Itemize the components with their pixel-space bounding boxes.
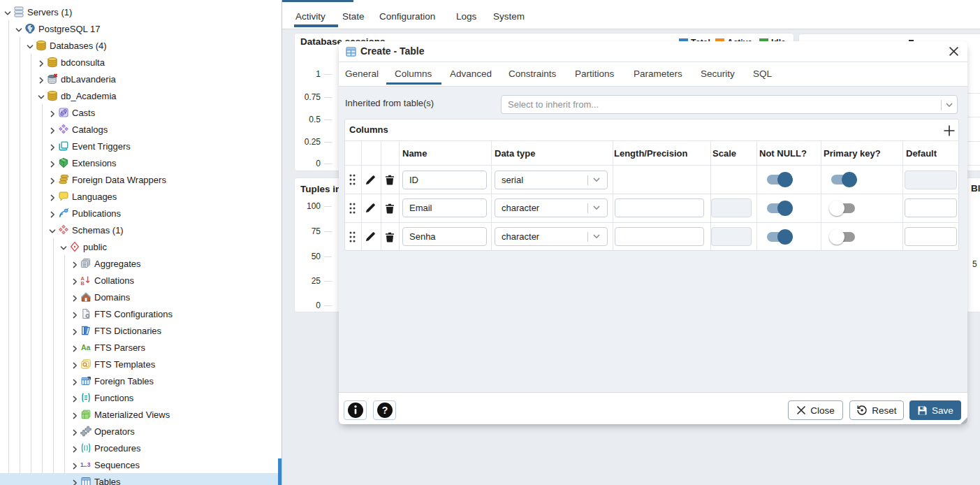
svg-text:B: B (81, 280, 85, 286)
svg-text:3: 3 (87, 461, 91, 468)
svg-text:..: .. (83, 461, 87, 468)
svg-text:?: ? (381, 405, 388, 416)
svg-text:Aa: Aa (81, 343, 91, 352)
